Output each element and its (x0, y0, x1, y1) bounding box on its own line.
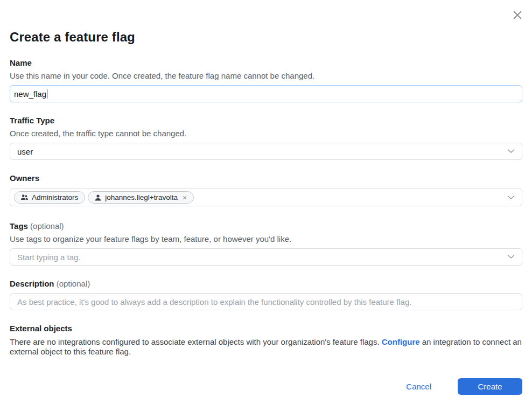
chevron-down-icon (507, 149, 515, 154)
description-section: Description (optional) (10, 279, 522, 310)
owner-chip-label: Administrators (32, 193, 78, 201)
text-cursor (47, 89, 47, 99)
close-button[interactable] (510, 8, 524, 22)
name-label: Name (10, 58, 522, 67)
person-icon (95, 194, 101, 201)
tags-optional-label: (optional) (30, 221, 64, 231)
description-label: Description (optional) (10, 279, 522, 288)
external-objects-label: External objects (10, 324, 522, 333)
name-section: Name Use this name in your code. Once cr… (10, 58, 522, 102)
close-icon (512, 9, 523, 21)
group-icon (21, 194, 28, 200)
owners-select[interactable]: Administrators johannes.liegl+travolta × (10, 189, 522, 206)
external-objects-section: External objects There are no integratio… (10, 324, 522, 357)
remove-owner-icon[interactable]: × (183, 194, 187, 201)
traffic-type-section: Traffic Type Once created, the traffic t… (10, 116, 522, 160)
name-input[interactable]: new_flag (10, 85, 522, 102)
modal-title: Create a feature flag (10, 29, 522, 45)
chevron-down-icon (507, 196, 515, 200)
tags-help-text: Use tags to organize your feature flags … (10, 235, 522, 243)
create-feature-flag-modal: Create a feature flag Name Use this name… (0, 0, 532, 411)
create-button[interactable]: Create (458, 378, 522, 395)
tags-select[interactable] (10, 248, 522, 266)
owner-chip-user[interactable]: johannes.liegl+travolta × (88, 191, 194, 204)
owner-chip-administrators[interactable]: Administrators (14, 191, 85, 204)
external-objects-text: There are no integrations configured to … (10, 337, 522, 357)
traffic-type-select[interactable]: user (10, 143, 522, 160)
traffic-type-label: Traffic Type (10, 116, 522, 125)
description-optional-label: (optional) (57, 279, 90, 288)
cancel-button[interactable]: Cancel (405, 380, 432, 393)
owner-chip-label: johannes.liegl+travolta (105, 193, 178, 201)
chevron-down-icon (507, 255, 515, 259)
configure-link[interactable]: Configure (382, 337, 420, 346)
owners-label: Owners (10, 173, 522, 183)
owners-section: Owners Administrators johannes.liegl+tra… (10, 173, 522, 206)
modal-footer: Cancel Create (10, 378, 522, 395)
name-value: new_flag (10, 89, 46, 99)
tags-section: Tags (optional) Use tags to organize you… (10, 221, 522, 266)
traffic-type-help-text: Once created, the traffic type cannot be… (10, 129, 522, 138)
name-help-text: Use this name in your code. Once created… (10, 72, 522, 80)
description-input-wrap (10, 293, 522, 310)
tags-input[interactable] (10, 249, 522, 265)
tags-label: Tags (optional) (10, 221, 522, 231)
description-input[interactable] (10, 294, 522, 310)
traffic-type-value: user (10, 147, 33, 156)
